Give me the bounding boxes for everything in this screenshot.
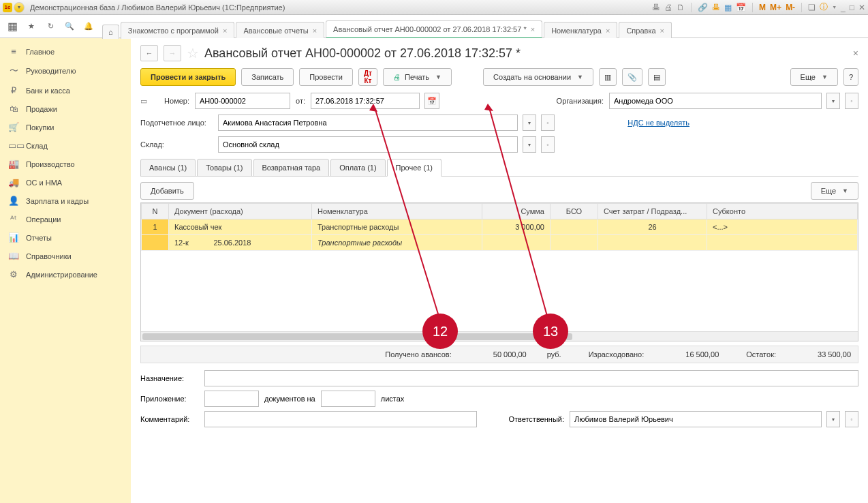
calendar-button[interactable]: 📅 [424, 93, 439, 109]
print2-icon[interactable]: 🖶 [712, 3, 720, 12]
col-n[interactable]: N [142, 204, 169, 219]
pin-icon[interactable]: ❏ [808, 3, 816, 12]
minimize-icon[interactable]: _ [841, 3, 846, 12]
person-input[interactable] [218, 115, 518, 131]
table-row[interactable]: 1 Кассовый чек Транспортные расходы 3 00… [142, 219, 858, 235]
sidebar-item-payroll[interactable]: 👤Зарплата и кадры [0, 192, 131, 210]
tab-home[interactable]: ⌂ [102, 25, 119, 39]
date-input[interactable] [311, 93, 420, 109]
attach-docs-input[interactable] [204, 391, 259, 407]
horizontal-scrollbar[interactable] [141, 331, 858, 341]
org-select-button[interactable]: ▾ [826, 93, 840, 109]
history-icon[interactable]: ↻ [41, 17, 60, 36]
sidebar-item-warehouse[interactable]: ▭▭Склад [0, 136, 131, 155]
tab-intro[interactable]: Знакомство с программой× [121, 22, 235, 39]
number-label: Номер: [157, 97, 189, 105]
apps-grid-icon[interactable]: ▦ [3, 17, 22, 36]
printer-icon[interactable]: 🖨 [664, 3, 672, 12]
expense-table[interactable]: N Документ (расхода) Номенклатура Сумма … [140, 202, 858, 341]
tab-close-icon[interactable]: × [223, 27, 227, 35]
resp-select-button[interactable]: ▾ [826, 411, 840, 427]
purpose-input[interactable] [204, 370, 858, 386]
col-sum[interactable]: Сумма [482, 204, 551, 219]
page-close-icon[interactable]: × [853, 48, 858, 59]
vat-link[interactable]: НДС не выделять [627, 119, 689, 127]
sidebar-item-manager[interactable]: 〜Руководителю [0, 61, 131, 81]
add-row-button[interactable]: Добавить [140, 182, 194, 200]
more-button[interactable]: Еще▼ [790, 68, 838, 86]
number-input[interactable] [195, 93, 290, 109]
sidebar-item-admin[interactable]: ⚙Администрирование [0, 265, 131, 284]
calendar-icon[interactable]: 📅 [736, 3, 746, 12]
post-and-close-button[interactable]: Провести и закрыть [140, 68, 236, 86]
star-icon[interactable]: ★ [22, 17, 41, 36]
favorite-star-icon[interactable]: ☆ [187, 45, 199, 61]
table-row[interactable]: 12-к 25.06.2018 Транспортные расходы [142, 235, 858, 251]
help-button[interactable]: ? [843, 68, 858, 86]
resp-open-button[interactable]: ▫ [845, 411, 858, 427]
forward-button[interactable]: → [164, 45, 181, 61]
write-button[interactable]: Записать [241, 68, 294, 86]
search-icon[interactable]: 🔍 [60, 17, 79, 36]
sidebar-item-sales[interactable]: 🛍Продажи [0, 100, 131, 118]
list-button[interactable]: ▤ [648, 68, 666, 86]
tab-other[interactable]: Прочее (1) [387, 159, 441, 177]
attach-sheets-input[interactable] [321, 391, 375, 407]
person-open-button[interactable]: ▫ [541, 115, 555, 131]
col-sub[interactable]: Субконто [707, 204, 858, 219]
warehouse-open-button[interactable]: ▫ [541, 136, 555, 153]
col-bso[interactable]: БСО [551, 204, 598, 219]
col-acct[interactable]: Счет затрат / Подразд... [598, 204, 707, 219]
sidebar-item-purchases[interactable]: 🛒Покупки [0, 118, 131, 136]
tab-reports[interactable]: Авансовые отчеты× [236, 22, 324, 39]
col-nomen[interactable]: Номенклатура [312, 204, 482, 219]
dropdown-caret-icon[interactable]: ▼ [832, 5, 837, 10]
sidebar-item-bank[interactable]: ₽Банк и касса [0, 81, 131, 100]
tab-advance-report[interactable]: Авансовый отчет АН00-000002 от 27.06.201… [326, 20, 542, 39]
tab-advances[interactable]: Авансы (1) [140, 159, 196, 177]
link-icon[interactable]: 🔗 [698, 3, 708, 12]
sidebar-item-catalogs[interactable]: 📖Справочники [0, 247, 131, 265]
create-by-button[interactable]: Создать на основании▼ [483, 68, 593, 86]
comment-input[interactable] [204, 411, 477, 427]
warehouse-input[interactable] [218, 136, 518, 153]
tab-returnable[interactable]: Возвратная тара [253, 159, 330, 177]
sidebar-item-main[interactable]: ≡Главное [0, 42, 131, 61]
maximize-icon[interactable]: □ [850, 3, 854, 12]
m-plus-icon[interactable]: M+ [770, 3, 781, 12]
tab-nomenclature[interactable]: Номенклатура× [544, 22, 617, 39]
col-doc[interactable]: Документ (расхода) [169, 204, 312, 219]
back-button[interactable]: ← [140, 45, 158, 61]
sidebar-item-operations[interactable]: ᴬᵗОперации [0, 210, 131, 228]
related-docs-button[interactable]: ▥ [599, 68, 617, 86]
info-icon[interactable]: ⓘ [820, 1, 828, 13]
calc-icon[interactable]: ▦ [724, 3, 732, 12]
print-button[interactable]: 🖨Печать▼ [383, 68, 452, 86]
warehouse-select-button[interactable]: ▾ [523, 136, 536, 153]
sidebar-item-assets[interactable]: 🚚ОС и НМА [0, 173, 131, 192]
print-icon[interactable]: 🖶 [652, 3, 660, 12]
post-button[interactable]: Провести [299, 68, 353, 86]
sidebar-item-reports[interactable]: 📊Отчеты [0, 228, 131, 247]
close-icon[interactable]: ✕ [858, 3, 865, 12]
responsible-input[interactable] [570, 411, 822, 427]
tab-close-icon[interactable]: × [660, 27, 664, 35]
app-menu-dropdown[interactable]: ▼ [14, 2, 25, 13]
table-more-button[interactable]: Еще▼ [811, 182, 858, 200]
doc-icon[interactable]: 🗋 [677, 3, 685, 12]
tab-help[interactable]: Справка× [619, 22, 672, 39]
attach-button[interactable]: 📎 [622, 68, 642, 86]
tab-close-icon[interactable]: × [606, 27, 610, 35]
m-icon[interactable]: M [759, 3, 766, 12]
tab-close-icon[interactable]: × [531, 25, 535, 33]
person-select-button[interactable]: ▾ [523, 115, 536, 131]
dk-button[interactable]: ДтКт [358, 68, 377, 86]
org-input[interactable] [609, 93, 822, 109]
org-open-button[interactable]: ▫ [845, 93, 858, 109]
tab-close-icon[interactable]: × [313, 27, 317, 35]
tab-goods[interactable]: Товары (1) [197, 159, 251, 177]
tab-payment[interactable]: Оплата (1) [330, 159, 385, 177]
m-minus-icon[interactable]: M- [786, 3, 795, 12]
bell-icon[interactable]: 🔔 [79, 17, 98, 36]
sidebar-item-production[interactable]: 🏭Производство [0, 155, 131, 173]
